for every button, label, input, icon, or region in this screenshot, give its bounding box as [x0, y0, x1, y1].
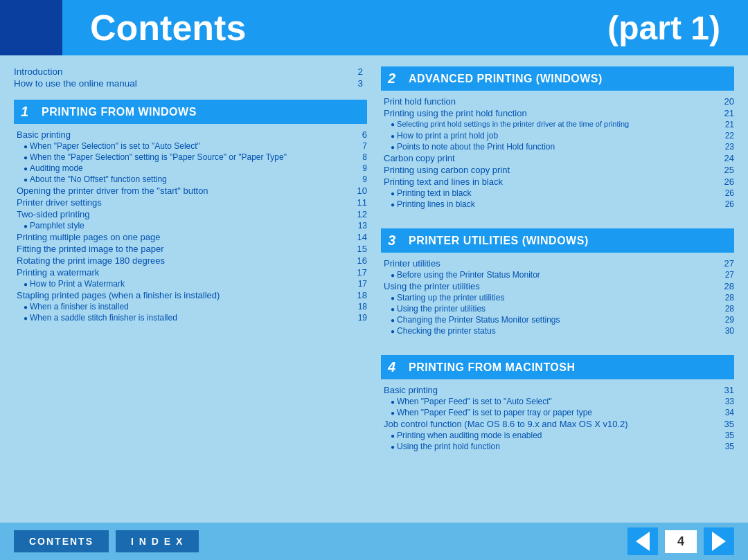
toc-text[interactable]: Printer utilities: [384, 258, 715, 269]
toc-text[interactable]: Print hold function: [384, 96, 715, 107]
toc-num: 10: [353, 186, 367, 196]
toc-text[interactable]: Basic printing: [17, 129, 348, 140]
toc-text[interactable]: When a finisher is installed: [24, 302, 348, 311]
toc-text[interactable]: How to print a print hold job: [391, 131, 715, 141]
list-item: Printing a watermark 17: [17, 267, 367, 278]
toc-text[interactable]: When "Paper Feed" is set to paper tray o…: [391, 408, 715, 417]
toc-num: 16: [353, 255, 367, 266]
toc-text[interactable]: When a saddle stitch finisher is install…: [24, 313, 348, 323]
toc-text[interactable]: Points to note about the Print Hold func…: [391, 142, 715, 152]
section-printing-windows: 1 PRINTING FROM WINDOWS Basic printing 6…: [14, 100, 367, 324]
page-title: Contents: [90, 7, 246, 48]
toc-text[interactable]: Changing the Printer Status Monitor sett…: [391, 315, 715, 325]
toc-text[interactable]: Pamphlet style: [24, 221, 348, 231]
toc-text[interactable]: Printing using the print hold function: [384, 108, 715, 118]
toc-num: 27: [720, 270, 734, 280]
list-item: When "Paper Feed" is set to paper tray o…: [384, 408, 734, 417]
toc-text[interactable]: Printing lines in black: [391, 199, 715, 209]
toc-text[interactable]: Stapling printed pages (when a finisher …: [17, 290, 348, 300]
toc-text[interactable]: Fitting the printed image to the paper: [17, 244, 348, 254]
toc-text[interactable]: Two-sided printing: [17, 209, 348, 219]
list-item: Using the printer utilities 28: [384, 281, 734, 291]
section-num-2: 2: [388, 71, 402, 87]
list-item: Rotating the print image 180 degrees 16: [17, 255, 367, 266]
toc-num: 14: [353, 232, 367, 242]
toc-num: 30: [720, 326, 734, 336]
toc-text[interactable]: Auditing mode: [24, 163, 348, 173]
toc-text[interactable]: How to Print a Watermark: [24, 279, 348, 289]
prev-page-button[interactable]: [627, 527, 658, 555]
toc-text[interactable]: About the "No Offset" function setting: [24, 174, 348, 184]
toc-text[interactable]: When "Paper Selection" is set to "Auto S…: [24, 141, 348, 151]
toc-text[interactable]: When the "Paper Selection" setting is "P…: [24, 152, 348, 162]
toc-text[interactable]: When "Paper Feed" is set to "Auto Select…: [391, 397, 715, 406]
section-title-3: PRINTER UTILITIES (WINDOWS): [409, 235, 589, 247]
section-2-items: Print hold function 20 Printing using th…: [381, 96, 734, 209]
toc-text[interactable]: Printing a watermark: [17, 267, 348, 278]
section-printing-macintosh: 4 PRINTING FROM MACINTOSH Basic printing…: [381, 355, 734, 453]
toc-text[interactable]: Checking the printer status: [391, 326, 715, 336]
prev-arrow-icon: [636, 532, 650, 551]
toc-text[interactable]: Printing using carbon copy print: [384, 165, 715, 175]
toc-text[interactable]: Using the printer utilities: [391, 304, 715, 314]
intro-link-manual[interactable]: How to use the online manual: [14, 78, 137, 89]
toc-num: 7: [353, 141, 367, 151]
header-dark-accent: [0, 0, 62, 55]
toc-text[interactable]: Using the print hold function: [391, 442, 715, 451]
section-header-3: 3 PRINTER UTILITIES (WINDOWS): [381, 228, 734, 253]
toc-num: 21: [720, 120, 734, 129]
toc-text[interactable]: Carbon copy print: [384, 153, 715, 163]
next-page-button[interactable]: [704, 527, 734, 555]
toc-text[interactable]: Before using the Printer Status Monitor: [391, 270, 715, 280]
toc-num: 17: [353, 279, 367, 289]
list-item: Starting up the printer utilities 28: [384, 293, 734, 302]
list-item: Checking the printer status 30: [384, 326, 734, 336]
toc-text[interactable]: Basic printing: [384, 385, 715, 395]
toc-num: 18: [353, 302, 367, 311]
toc-text[interactable]: Printing text and lines in black: [384, 177, 715, 187]
list-item: Printer utilities 27: [384, 258, 734, 269]
list-item: Printing using carbon copy print 25: [384, 165, 734, 175]
toc-num: 8: [353, 152, 367, 162]
toc-num: 19: [353, 313, 367, 323]
intro-link-introduction[interactable]: Introduction: [14, 66, 63, 77]
toc-text[interactable]: Starting up the printer utilities: [391, 293, 715, 302]
section-1-items: Basic printing 6 When "Paper Selection" …: [14, 129, 367, 323]
toc-text[interactable]: Opening the printer driver from the "sta…: [17, 186, 348, 196]
list-item: How to print a print hold job 22: [384, 131, 734, 141]
toc-num: 21: [720, 108, 734, 118]
contents-button[interactable]: CONTENTS: [14, 530, 109, 552]
toc-num: 28: [720, 281, 734, 291]
toc-text[interactable]: Printing text in black: [391, 188, 715, 198]
list-item: Stapling printed pages (when a finisher …: [17, 290, 367, 300]
list-item: When a saddle stitch finisher is install…: [17, 313, 367, 323]
toc-text[interactable]: Rotating the print image 180 degrees: [17, 255, 348, 266]
toc-text[interactable]: Selecting print hold settings in the pri…: [391, 120, 715, 128]
section-header-4: 4 PRINTING FROM MACINTOSH: [381, 355, 734, 379]
toc-text[interactable]: Printer driver settings: [17, 197, 348, 208]
section-title-2: ADVANCED PRINTING (WINDOWS): [409, 73, 603, 85]
toc-text[interactable]: Printing multiple pages on one page: [17, 232, 348, 242]
list-item: Points to note about the Print Hold func…: [384, 142, 734, 152]
intro-item-introduction: Introduction 2: [14, 66, 367, 77]
toc-num: 28: [720, 293, 734, 302]
toc-text[interactable]: Printing when auditing mode is enabled: [391, 431, 715, 440]
index-button[interactable]: I N D E X: [116, 530, 199, 552]
list-item: How to Print a Watermark 17: [17, 279, 367, 289]
footer-right: 4: [627, 527, 734, 555]
footer-left: CONTENTS I N D E X: [14, 530, 199, 552]
intro-section: Introduction 2 How to use the online man…: [14, 66, 367, 90]
toc-num: 20: [720, 96, 734, 107]
next-arrow-icon: [712, 532, 726, 551]
toc-text[interactable]: Job control function (Mac OS 8.6 to 9.x …: [384, 419, 715, 429]
intro-num-manual: 3: [357, 78, 363, 89]
list-item: Selecting print hold settings in the pri…: [384, 120, 734, 129]
toc-num: 35: [720, 431, 734, 440]
toc-num: 17: [353, 267, 367, 278]
toc-num: 18: [353, 290, 367, 300]
toc-text[interactable]: Using the printer utilities: [384, 281, 715, 291]
list-item: Print hold function 20: [384, 96, 734, 107]
toc-num: 15: [353, 244, 367, 254]
list-item: Carbon copy print 24: [384, 153, 734, 163]
list-item: When the "Paper Selection" setting is "P…: [17, 152, 367, 162]
